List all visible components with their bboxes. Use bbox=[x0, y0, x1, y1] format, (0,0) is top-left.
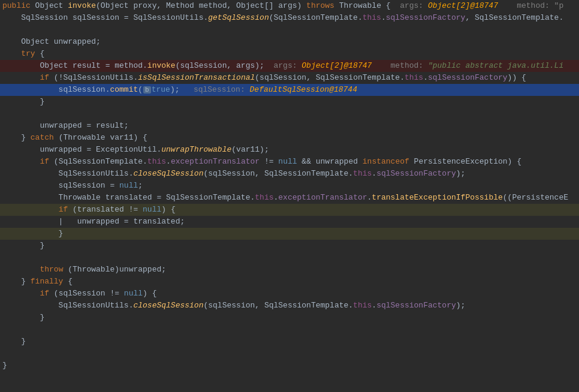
code-line-28 bbox=[0, 324, 579, 336]
code-line-17: Throwable translated = SqlSessionTemplat… bbox=[0, 192, 579, 204]
line-2-text: SqlSession sqlSession = SqlSessionUtils.… bbox=[2, 12, 563, 24]
line-3-text bbox=[2, 24, 7, 36]
code-line-31: } bbox=[0, 360, 579, 372]
code-line-10 bbox=[0, 108, 579, 120]
code-line-24: } finally { bbox=[0, 276, 579, 288]
line-12-text: } catch (Throwable var11) { bbox=[2, 132, 147, 144]
line-11-text: unwrapped = result; bbox=[2, 120, 129, 132]
line-15-text: SqlSessionUtils.closeSqlSession(sqlSessi… bbox=[2, 168, 465, 180]
line-18-text: if (translated != null) { bbox=[2, 204, 176, 216]
line-19-text: | unwrapped = translated; bbox=[2, 216, 185, 228]
line-13-text: unwrapped = ExceptionUtil.unwrapThrowabl… bbox=[2, 144, 269, 156]
line-17-text: Throwable translated = SqlSessionTemplat… bbox=[2, 192, 568, 204]
code-line-20: } bbox=[0, 228, 579, 240]
code-line-18: if (translated != null) { bbox=[0, 204, 579, 216]
line-16-text: sqlSession = null; bbox=[2, 180, 143, 192]
line-24-text: } finally { bbox=[2, 276, 73, 288]
line-20-text: } bbox=[2, 228, 63, 240]
code-line-21: } bbox=[0, 240, 579, 252]
line-7-text: if (!SqlSessionUtils.isSqlSessionTransac… bbox=[2, 72, 526, 84]
line-10-text bbox=[2, 108, 7, 120]
line-28-text bbox=[2, 324, 7, 336]
line-25-text: if (sqlSession != null) { bbox=[2, 288, 156, 300]
code-line-7: if (!SqlSessionUtils.isSqlSessionTransac… bbox=[0, 72, 579, 84]
code-line-16: sqlSession = null; bbox=[0, 180, 579, 192]
code-line-22 bbox=[0, 252, 579, 264]
code-line-1: public Object invoke(Object proxy, Metho… bbox=[0, 0, 579, 12]
line-9-text: } bbox=[2, 96, 44, 108]
code-line-12: } catch (Throwable var11) { bbox=[0, 132, 579, 144]
line-4-text: Object unwrapped; bbox=[2, 36, 101, 48]
line-26-text: SqlSessionUtils.closeSqlSession(sqlSessi… bbox=[2, 300, 465, 312]
code-line-5: try { bbox=[0, 48, 579, 60]
inline-value-box: b bbox=[143, 86, 151, 94]
code-line-4: Object unwrapped; bbox=[0, 36, 579, 48]
line-14-text: if (SqlSessionTemplate.this.exceptionTra… bbox=[2, 156, 521, 168]
line-29-text: } bbox=[2, 336, 26, 348]
code-line-9: } bbox=[0, 96, 579, 108]
code-line-6: Object result = method.invoke(sqlSession… bbox=[0, 60, 579, 72]
code-line-3 bbox=[0, 24, 579, 36]
code-line-11: unwrapped = result; bbox=[0, 120, 579, 132]
code-line-2: SqlSession sqlSession = SqlSessionUtils.… bbox=[0, 12, 579, 24]
line-1-text: public Object invoke(Object proxy, Metho… bbox=[2, 0, 563, 12]
code-line-15: SqlSessionUtils.closeSqlSession(sqlSessi… bbox=[0, 168, 579, 180]
line-27-text: } bbox=[2, 312, 44, 324]
code-line-27: } bbox=[0, 312, 579, 324]
line-8-text: sqlSession.commit(btrue); sqlSession: De… bbox=[2, 84, 357, 96]
code-line-8: sqlSession.commit(btrue); sqlSession: De… bbox=[0, 84, 579, 96]
code-line-25: if (sqlSession != null) { bbox=[0, 288, 579, 300]
line-6-text: Object result = method.invoke(sqlSession… bbox=[2, 60, 563, 72]
line-5-text: try { bbox=[2, 48, 44, 60]
code-line-19: | unwrapped = translated; bbox=[0, 216, 579, 228]
line-30-text bbox=[2, 348, 7, 360]
line-21-text: } bbox=[2, 240, 44, 252]
code-line-30 bbox=[0, 348, 579, 360]
code-line-13: unwrapped = ExceptionUtil.unwrapThrowabl… bbox=[0, 144, 579, 156]
code-editor: public Object invoke(Object proxy, Metho… bbox=[0, 0, 579, 392]
line-23-text: throw (Throwable)unwrapped; bbox=[2, 264, 166, 276]
code-line-14: if (SqlSessionTemplate.this.exceptionTra… bbox=[0, 156, 579, 168]
line-22-text bbox=[2, 252, 7, 264]
code-line-29: } bbox=[0, 336, 579, 348]
line-31-text: } bbox=[2, 360, 7, 372]
code-line-23: throw (Throwable)unwrapped; bbox=[0, 264, 579, 276]
code-line-26: SqlSessionUtils.closeSqlSession(sqlSessi… bbox=[0, 300, 579, 312]
